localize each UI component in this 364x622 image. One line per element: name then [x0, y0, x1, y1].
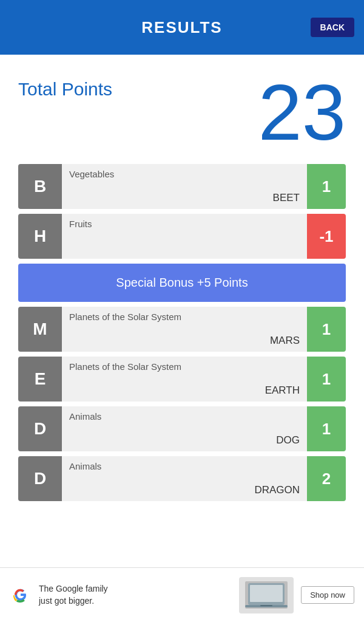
- ad-banner: The Google family just got bigger. Shop …: [0, 567, 364, 622]
- device-icon: [245, 581, 288, 609]
- item-content: Planets of the Solar System EARTH: [62, 357, 307, 402]
- list-item: B Vegetables BEET 1: [18, 164, 346, 209]
- list-item: H Fruits -1: [18, 214, 346, 259]
- score-box: 1: [307, 307, 346, 352]
- letter-box: M: [18, 307, 62, 352]
- item-answer: MARS: [69, 335, 300, 347]
- list-item: M Planets of the Solar System MARS 1: [18, 307, 346, 352]
- ad-device-image: [239, 577, 294, 613]
- letter-box: H: [18, 214, 62, 259]
- item-category: Animals: [69, 411, 300, 422]
- score-box: -1: [307, 214, 346, 259]
- svg-rect-1: [250, 585, 283, 602]
- letter-box: D: [18, 456, 62, 501]
- items-container: B Vegetables BEET 1 H Fruits -1 Special …: [0, 164, 364, 501]
- item-answer: DRAGON: [69, 484, 300, 496]
- item-content: Animals DOG: [62, 406, 307, 451]
- list-item: E Planets of the Solar System EARTH 1: [18, 357, 346, 402]
- letter-box: B: [18, 164, 62, 209]
- item-category: Fruits: [69, 219, 300, 229]
- letter-box: E: [18, 357, 62, 402]
- back-button[interactable]: BACK: [311, 18, 354, 37]
- item-answer: DOG: [69, 434, 300, 446]
- item-content: Animals DRAGON: [62, 456, 307, 501]
- ad-text: The Google family just got bigger.: [39, 583, 232, 607]
- ad-text-line2: just got bigger.: [39, 595, 232, 607]
- total-points-section: Total Points 23: [0, 55, 364, 164]
- total-points-value: 23: [258, 73, 346, 152]
- item-content: Planets of the Solar System MARS: [62, 307, 307, 352]
- item-category: Planets of the Solar System: [69, 312, 300, 322]
- shop-now-button[interactable]: Shop now: [301, 586, 354, 604]
- google-logo-icon: [10, 584, 32, 606]
- total-points-label: Total Points: [18, 79, 112, 100]
- ad-device-inner: [245, 581, 288, 609]
- list-item: D Animals DRAGON 2: [18, 456, 346, 501]
- item-category: Animals: [69, 461, 300, 471]
- special-bonus-button[interactable]: Special Bonus +5 Points: [18, 264, 346, 302]
- item-content: Vegetables BEET: [62, 164, 307, 209]
- letter-box: D: [18, 406, 62, 451]
- page-title: RESULTS: [141, 18, 222, 37]
- score-box: 2: [307, 456, 346, 501]
- score-box: 1: [307, 357, 346, 402]
- score-box: 1: [307, 406, 346, 451]
- svg-rect-3: [260, 605, 272, 606]
- item-content: Fruits: [62, 214, 307, 259]
- item-category: Vegetables: [69, 169, 300, 179]
- item-answer: EARTH: [69, 384, 300, 397]
- header: RESULTS BACK: [0, 0, 364, 55]
- item-answer: BEET: [69, 192, 300, 204]
- score-box: 1: [307, 164, 346, 209]
- list-item: D Animals DOG 1: [18, 406, 346, 451]
- ad-text-line1: The Google family: [39, 583, 232, 595]
- item-category: Planets of the Solar System: [69, 361, 300, 372]
